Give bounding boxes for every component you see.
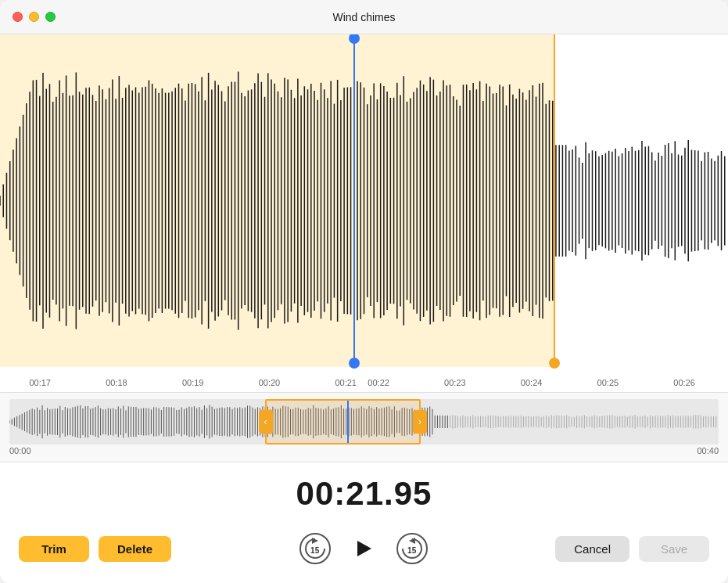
window-title: Wind chimes bbox=[332, 11, 395, 23]
waveform-svg bbox=[0, 34, 728, 367]
time-label-26: 00:26 bbox=[673, 378, 695, 387]
play-icon bbox=[353, 538, 375, 560]
time-label-17: 00:17 bbox=[29, 378, 51, 387]
forward-button[interactable]: 15 bbox=[393, 530, 431, 567]
time-label-18: 00:18 bbox=[106, 378, 127, 387]
controls-bar: Trim Delete 15 bbox=[0, 520, 728, 583]
overview-section[interactable]: ‹ › 00:00 00:40 bbox=[0, 392, 728, 462]
trim-marker-handle[interactable] bbox=[549, 358, 560, 369]
svg-marker-501 bbox=[357, 541, 371, 556]
cancel-button[interactable]: Cancel bbox=[555, 536, 629, 562]
time-ruler-inner: 00:17 00:18 00:19 00:20 00:21 00:22 00:2… bbox=[0, 367, 728, 392]
rewind-circle: 15 bbox=[299, 533, 331, 564]
forward-label: 15 bbox=[407, 546, 416, 555]
traffic-lights bbox=[13, 12, 56, 22]
overview-end-label: 00:40 bbox=[697, 446, 719, 455]
time-label-24: 00:24 bbox=[521, 378, 543, 387]
time-label-21: 00:21 bbox=[335, 378, 357, 387]
main-waveform-area[interactable]: 00:17 00:18 00:19 00:20 00:21 00:22 00:2… bbox=[0, 34, 728, 392]
titlebar: Wind chimes bbox=[0, 0, 728, 34]
overview-time-labels: 00:00 00:40 bbox=[0, 444, 728, 455]
playhead-blue[interactable] bbox=[353, 34, 355, 367]
overview-selection[interactable]: ‹ › bbox=[265, 399, 421, 444]
time-label-19: 00:19 bbox=[182, 378, 204, 387]
trim-marker-yellow[interactable] bbox=[554, 34, 555, 367]
save-button[interactable]: Save bbox=[639, 536, 709, 562]
close-button[interactable] bbox=[13, 12, 23, 22]
waveform-canvas: 00:17 00:18 00:19 00:20 00:21 00:22 00:2… bbox=[0, 34, 728, 392]
time-label-22: 00:22 bbox=[368, 378, 389, 387]
controls-right: Cancel Save bbox=[555, 536, 709, 562]
app-window: Wind chimes 00 bbox=[0, 0, 728, 583]
play-button[interactable] bbox=[350, 534, 378, 563]
time-label-23: 00:23 bbox=[444, 378, 466, 387]
controls-center: 15 15 bbox=[296, 530, 431, 567]
overview-playhead[interactable] bbox=[347, 401, 349, 443]
delete-button[interactable]: Delete bbox=[99, 536, 171, 562]
trim-button[interactable]: Trim bbox=[19, 536, 89, 562]
time-label-20: 00:20 bbox=[259, 378, 281, 387]
time-ruler: 00:17 00:18 00:19 00:20 00:21 00:22 00:2… bbox=[0, 367, 728, 392]
controls-left: Trim Delete bbox=[19, 536, 171, 562]
playhead-bottom-handle[interactable] bbox=[349, 358, 360, 369]
selection-right-handle[interactable]: › bbox=[413, 410, 427, 434]
minimize-button[interactable] bbox=[29, 12, 39, 22]
rewind-label: 15 bbox=[310, 546, 319, 555]
playhead-top-handle[interactable] bbox=[349, 34, 360, 44]
overview-start-label: 00:00 bbox=[9, 446, 31, 455]
rewind-button[interactable]: 15 bbox=[296, 530, 334, 567]
timecode-display: 00:21.95 bbox=[0, 462, 728, 520]
time-label-25: 00:25 bbox=[597, 378, 619, 387]
forward-circle: 15 bbox=[396, 533, 428, 564]
maximize-button[interactable] bbox=[45, 12, 56, 22]
overview-waveform[interactable]: ‹ › bbox=[9, 399, 719, 444]
selection-left-handle[interactable]: ‹ bbox=[259, 410, 273, 434]
